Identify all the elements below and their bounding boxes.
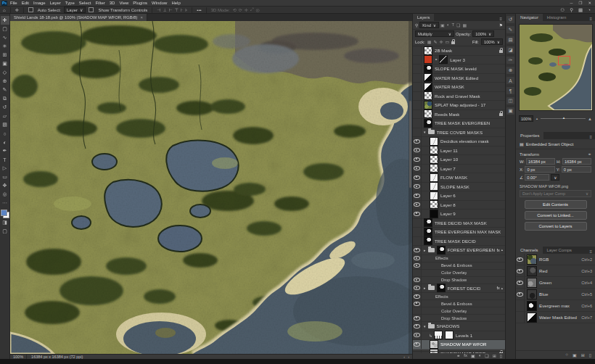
workspace-icon[interactable]: ▦ [578,7,583,13]
paragraph-panel-icon[interactable]: ¶ [506,87,514,94]
visibility-toggle[interactable] [413,128,422,137]
visibility-toggle[interactable] [413,255,422,262]
lock-option-icon-3[interactable]: ▭ [446,39,450,44]
zoom-tool[interactable]: ◎ [1,190,9,199]
layer-row[interactable]: ▸FOREST DECIDfx▴ [413,284,505,294]
panel-menu-icon[interactable]: ≡ [589,17,595,21]
tab-properties[interactable]: Properties [516,132,543,139]
menu-type[interactable]: Type [65,1,75,5]
layer-thumbnail[interactable] [430,200,438,209]
menu-select[interactable]: Select [79,1,91,5]
link-dimensions-icon[interactable]: ⚭ [588,152,591,157]
visibility-toggle[interactable] [413,74,422,83]
menu-file[interactable]: File [10,1,17,5]
layer-row[interactable]: SHADOW MAP WFOR [413,340,505,349]
channels-footer-icon-1[interactable]: ▣ [573,352,577,357]
layer-thumbnail[interactable] [424,83,432,91]
visibility-toggle[interactable] [413,322,422,331]
menu-edit[interactable]: Edit [22,1,29,5]
layer-thumbnail[interactable] [424,228,432,236]
layer-thumbnail[interactable] [430,146,438,154]
layer-thumbnail[interactable] [424,236,432,245]
search-icon[interactable]: ⚲ [570,7,573,13]
type-tool[interactable]: T [1,155,9,164]
path-selection-tool[interactable]: ▷ [1,164,9,173]
layer-row[interactable]: TREE MASK DECID [413,237,505,247]
foreground-color-swatch[interactable] [1,210,7,216]
layer-thumbnail[interactable] [424,55,432,64]
lasso-tool[interactable]: ∿ [1,33,9,42]
fill-dropdown[interactable]: 100% ∨ [481,38,503,45]
character-panel-icon[interactable]: A [506,77,514,84]
lock-option-icon-1[interactable]: ✎ [434,39,438,44]
layer-thumbnail[interactable] [434,331,443,339]
layer-thumbnail[interactable] [430,155,438,164]
visibility-toggle[interactable] [413,300,422,307]
adjustments-panel-icon[interactable]: ◫ [506,97,514,104]
layer-row[interactable]: WATER MASK Edited [413,74,505,83]
tab-navigator[interactable]: Navigator [516,14,543,21]
visibility-toggle[interactable] [413,246,422,255]
panel-menu-icon[interactable]: ≡ [589,249,595,254]
layer-row[interactable]: Layer 10 [413,155,505,165]
filter-icon-0[interactable]: ▣ [440,22,445,28]
visibility-toggle[interactable] [413,340,422,349]
menu-image[interactable]: Image [33,1,46,5]
show-transform-checkbox[interactable] [89,7,94,12]
group-caret-icon[interactable]: ▾ [424,130,426,134]
layer-row[interactable]: TREE EVERGREEN MAX MASK [413,228,505,237]
visibility-toggle[interactable] [413,201,422,210]
filter-icon-2[interactable]: T [451,22,454,28]
dodge-tool[interactable]: ◐ [1,138,9,146]
layer-thumbnail[interactable] [430,191,438,200]
filter-toggle-icon[interactable]: ⚑ [499,23,503,28]
layer-thumbnail[interactable] [424,119,432,128]
channel-row[interactable]: RedCtrl+3 [516,265,595,277]
layer-row[interactable]: FLOW MASK [413,173,505,183]
move-tool[interactable]: ✛ [1,16,9,25]
layer-row[interactable]: Color Overlay [413,270,505,277]
document-tab[interactable]: Shield Lands 18-18.psb @ 100% (SHADOW MA… [10,14,147,21]
layer-row[interactable]: Drop Shadow [413,277,505,284]
zoom-out-mountain-icon[interactable]: ▲ [536,117,538,120]
layer-row[interactable]: ▾TREE COVER MASKS [413,128,505,138]
vertical-scrollbar-thumb[interactable] [409,101,411,188]
layer-thumbnail[interactable] [430,173,438,182]
layer-thumbnail[interactable] [437,284,446,292]
layer-thumbnail[interactable] [424,73,432,82]
visibility-toggle[interactable] [516,300,525,311]
layer-row[interactable]: SLOPE MASK [413,183,505,192]
visibility-toggle[interactable] [413,173,422,182]
help-circle-icon[interactable]: ◔ [588,7,591,13]
layers-footer-icon-0[interactable]: ⚭ [456,353,460,358]
layer-row[interactable]: ▸FOREST EVERGREENfx▴ [413,246,505,255]
channels-footer-icon-3[interactable]: ▯ [589,352,591,357]
channels-footer-icon-0[interactable]: ○ [565,352,568,357]
visibility-toggle[interactable] [413,101,422,109]
visibility-toggle[interactable] [413,165,422,173]
visibility-toggle[interactable] [413,56,422,65]
tab-channels[interactable]: Channels [516,247,543,254]
align-icon-3[interactable]: ⊤ [175,7,178,12]
angle-field[interactable]: 0.00° [525,174,549,181]
layers-footer-icon-2[interactable]: ▣ [471,353,475,358]
layer-row[interactable]: Layer 11 [413,146,505,156]
gradients-panel-icon[interactable]: ✑ [506,57,514,64]
visibility-toggle[interactable] [413,210,422,218]
tab-layer-comps[interactable]: Layer Comps [543,247,576,254]
quick-selection-tool[interactable]: ✳ [1,42,9,51]
close-icon[interactable]: ✕ [588,1,591,5]
layer-row[interactable]: Drop Shadow [413,315,505,322]
layer-thumbnail[interactable] [430,137,438,146]
layer-row[interactable]: ⚭Layer 3 [413,56,505,65]
eyedropper-tool[interactable]: ◇ [1,68,9,77]
layer-row[interactable]: TREE MASK EVERGREEN [413,119,505,128]
screen-mode-icon[interactable]: ▢ [1,227,9,236]
healing-brush-tool[interactable]: ⊕ [1,77,9,86]
panel-menu-icon[interactable]: ≡ [589,135,595,139]
angle-dropdown[interactable]: ∨ [551,174,559,181]
more-options-icon[interactable]: ••• [197,8,201,12]
filter-kind-dropdown[interactable]: Kind ∨ [419,22,439,28]
minimize-icon[interactable]: ─ [570,1,573,5]
channel-row[interactable]: RGBCtrl+2 [516,254,595,265]
